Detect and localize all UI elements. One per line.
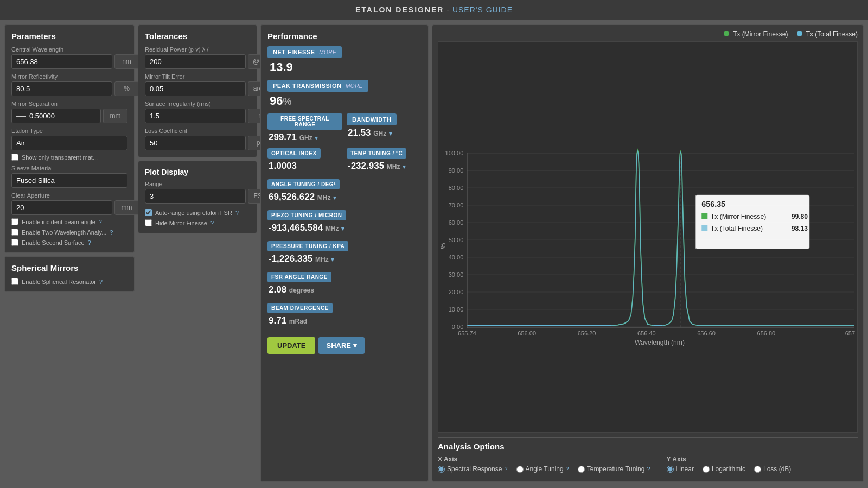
share-button[interactable]: SHARE ▾	[318, 337, 364, 354]
auto-range-checkbox[interactable]	[145, 209, 152, 216]
mirror-separation-field: —	[11, 109, 101, 123]
central-wavelength-input[interactable]	[11, 54, 112, 69]
range-label: Range	[145, 181, 250, 187]
net-finesse-button[interactable]: NET FINESSE More	[267, 46, 342, 58]
bandwidth-button[interactable]: BANDWIDTH	[347, 113, 397, 125]
angle-tuning-radio[interactable]	[516, 466, 524, 473]
angle-tuning-help-icon[interactable]: ?	[566, 466, 569, 472]
y-axis-label: Y Axis	[667, 455, 792, 463]
performance-panel: Performance NET FINESSE More 13.9 PEAK T…	[260, 24, 429, 482]
surface-irregularity-input[interactable]	[145, 109, 246, 123]
peak-transmission-button[interactable]: PEAK TRANSMISSION More	[267, 80, 368, 92]
net-finesse-more: More	[319, 49, 336, 55]
piezo-tuning-value: -913,465.584 MHz ▾	[269, 223, 422, 233]
angle-tuning-label: Angle Tuning	[526, 465, 564, 473]
svg-text:656.80: 656.80	[757, 330, 776, 337]
show-transparent-checkbox[interactable]	[11, 154, 18, 161]
peak-transmission-value: 96%	[270, 94, 422, 108]
angle-tuning-button[interactable]: ANGLE TUNING / DEG²	[267, 179, 340, 189]
temperature-tuning-radio[interactable]	[578, 466, 585, 473]
enable-spherical-help-icon[interactable]: ?	[99, 278, 103, 285]
enable-second-surface-help-icon[interactable]: ?	[88, 239, 91, 246]
svg-text:90.00: 90.00	[449, 167, 464, 174]
svg-text:10.00: 10.00	[449, 306, 464, 313]
analysis-options-title: Analysis Options	[438, 442, 858, 451]
svg-text:657.03: 657.03	[845, 330, 857, 337]
peak-transmission-more: More	[346, 83, 363, 89]
svg-text:656.60: 656.60	[697, 330, 716, 337]
hide-mirror-finesse-help-icon[interactable]: ?	[210, 220, 214, 226]
enable-two-wavelength-help-icon[interactable]: ?	[110, 229, 113, 236]
piezo-tuning-button[interactable]: PIEZO TUNING / MICRON	[267, 210, 346, 220]
svg-text:656.20: 656.20	[578, 330, 596, 337]
mirror-sep-minus-button[interactable]: —	[15, 110, 27, 122]
range-input[interactable]	[145, 189, 246, 204]
beam-divergence-label: BEAM DIVERGENCE	[271, 305, 329, 311]
angle-tuning-value: 69,526.622 MHz ▾	[269, 192, 422, 202]
chart-area: 0.00 10.00 20.00 30.00 40.00 50.00 60.00…	[438, 41, 858, 433]
pressure-tuning-button[interactable]: PRESSURE TUNING / KPA	[267, 241, 348, 251]
residual-power-input[interactable]	[145, 54, 246, 69]
svg-text:98.13: 98.13	[792, 225, 808, 232]
clear-aperture-input[interactable]	[11, 200, 112, 215]
temp-tuning-value: -232.935 MHz ▾	[348, 161, 422, 172]
residual-power-label: Residual Power (p-v) λ /	[145, 46, 250, 53]
svg-text:99.80: 99.80	[792, 213, 808, 220]
legend-mirror-finesse: Tx (Mirror Finesse)	[724, 30, 788, 38]
analysis-options-section: Analysis Options X Axis Spectral Respons…	[438, 437, 858, 476]
update-button[interactable]: UPDATE	[267, 337, 315, 354]
svg-text:50.00: 50.00	[449, 237, 464, 243]
svg-text:40.00: 40.00	[449, 254, 464, 261]
angle-tuning-option[interactable]: Angle Tuning ?	[516, 465, 569, 473]
loss-db-option[interactable]: Loss (dB)	[754, 465, 791, 473]
enable-incident-checkbox[interactable]	[11, 218, 18, 225]
svg-text:30.00: 30.00	[449, 271, 464, 278]
beam-divergence-button[interactable]: BEAM DIVERGENCE	[267, 303, 333, 313]
enable-incident-help-icon[interactable]: ?	[99, 219, 102, 225]
etalon-type-label: Etalon Type	[11, 128, 127, 134]
fsr-button[interactable]: FREE SPECTRAL RANGE	[267, 113, 342, 130]
temp-tuning-button[interactable]: TEMP TUNING / °C	[347, 148, 406, 159]
chart-legend: Tx (Mirror Finesse) Tx (Total Finesse)	[438, 30, 858, 38]
hide-mirror-finesse-checkbox[interactable]	[145, 219, 152, 226]
svg-text:80.00: 80.00	[449, 185, 464, 191]
mirror-reflectivity-unit: %	[114, 81, 139, 96]
mirror-separation-input[interactable]	[27, 109, 65, 123]
top-bar: ETALON DESIGNER - USER'S GUIDE	[0, 0, 868, 20]
mirror-separation-unit: mm	[103, 109, 127, 123]
app-title: ETALON DESIGNER	[355, 5, 444, 14]
svg-text:656.00: 656.00	[518, 330, 536, 337]
mirror-finesse-dot	[724, 31, 729, 36]
spectral-response-radio[interactable]	[438, 466, 445, 473]
x-axis-options: Spectral Response ? Angle Tuning ? Tempe…	[438, 465, 650, 473]
mirror-reflectivity-input[interactable]	[11, 81, 112, 96]
linear-radio[interactable]	[667, 466, 674, 473]
logarithmic-radio[interactable]	[703, 466, 710, 473]
spectral-response-option[interactable]: Spectral Response ?	[438, 465, 508, 473]
temperature-tuning-option[interactable]: Temperature Tuning ?	[578, 465, 650, 473]
svg-text:100.00: 100.00	[445, 150, 464, 157]
linear-option[interactable]: Linear	[667, 465, 694, 473]
net-finesse-value: 13.9	[270, 60, 422, 74]
temperature-tuning-help-icon[interactable]: ?	[647, 466, 650, 472]
y-axis-options: Linear Logarithmic Loss (dB)	[667, 465, 792, 473]
svg-rect-37	[701, 225, 707, 231]
sleeve-material-select[interactable]: Fused Silica Invar Zerodur	[11, 173, 127, 188]
enable-spherical-checkbox[interactable]	[11, 278, 18, 285]
enable-two-wavelength-checkbox[interactable]	[11, 229, 18, 236]
logarithmic-option[interactable]: Logarithmic	[703, 465, 745, 473]
logarithmic-label: Logarithmic	[712, 465, 745, 473]
enable-second-surface-checkbox[interactable]	[11, 239, 18, 246]
loss-db-radio[interactable]	[754, 466, 761, 473]
mirror-reflectivity-label: Mirror Reflectivity	[11, 73, 127, 80]
loss-coefficient-input[interactable]	[145, 136, 246, 150]
optical-index-button[interactable]: OPTICAL INDEX	[267, 148, 321, 159]
auto-range-help-icon[interactable]: ?	[235, 210, 239, 216]
etalon-type-select[interactable]: Air Solid Custom	[11, 136, 127, 150]
users-guide-link[interactable]: USER'S GUIDE	[452, 5, 513, 14]
show-transparent-label: Show only transparent mat...	[22, 154, 98, 161]
total-finesse-dot	[797, 31, 802, 36]
spectral-help-icon[interactable]: ?	[504, 466, 507, 472]
mirror-tilt-input[interactable]	[145, 81, 246, 96]
fsr-angle-button[interactable]: FSR ANGLE RANGE	[267, 272, 331, 282]
